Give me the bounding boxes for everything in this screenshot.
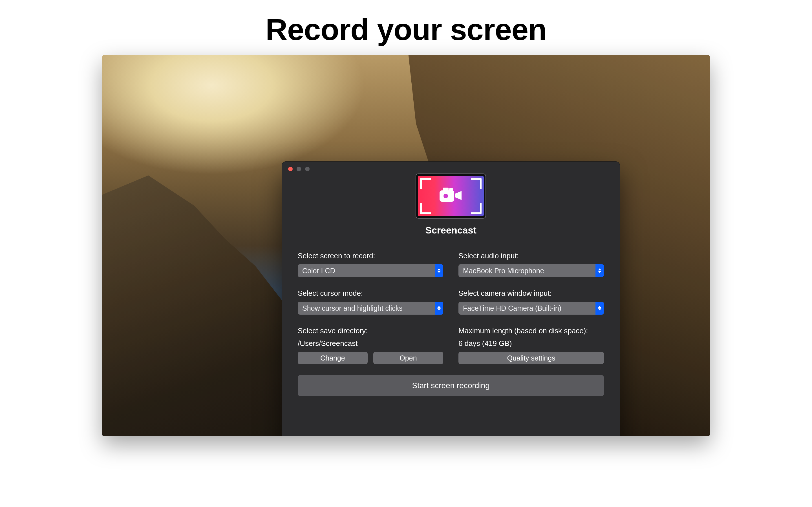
screen-group: Select screen to record: Color LCD xyxy=(298,251,443,277)
crop-corner-icon xyxy=(420,203,431,214)
app-window: Screencast Select screen to record: Colo… xyxy=(282,161,620,436)
desktop-screenshot: Screencast Select screen to record: Colo… xyxy=(102,55,710,436)
camera-label: Select camera window input: xyxy=(458,289,604,298)
svg-rect-1 xyxy=(443,187,449,191)
settings-grid: Select screen to record: Color LCD Selec… xyxy=(282,236,620,364)
app-hero: Screencast xyxy=(282,173,620,236)
camera-select[interactable]: FaceTime HD Camera (Built-in) xyxy=(458,302,604,315)
save-label: Select save directory: xyxy=(298,327,443,335)
updown-icon xyxy=(435,264,443,277)
screen-select[interactable]: Color LCD xyxy=(298,264,443,277)
updown-icon xyxy=(596,264,604,277)
save-path: /Users/Screencast xyxy=(298,339,443,348)
audio-select-value: MacBook Pro Microphone xyxy=(463,267,544,275)
screen-label: Select screen to record: xyxy=(298,251,443,260)
crop-corner-icon xyxy=(471,203,481,214)
start-recording-button[interactable]: Start screen recording xyxy=(298,375,604,396)
traffic-lights xyxy=(288,167,310,171)
updown-icon xyxy=(435,302,443,315)
minimize-icon[interactable] xyxy=(297,167,301,171)
crop-corner-icon xyxy=(420,178,431,189)
svg-rect-2 xyxy=(449,188,453,191)
audio-group: Select audio input: MacBook Pro Micropho… xyxy=(458,251,604,277)
screen-select-value: Color LCD xyxy=(302,267,335,275)
camera-group: Select camera window input: FaceTime HD … xyxy=(458,289,604,315)
open-button[interactable]: Open xyxy=(373,352,443,364)
close-icon[interactable] xyxy=(288,167,293,171)
cursor-select-value: Show cursor and highlight clicks xyxy=(302,304,403,313)
cursor-label: Select cursor mode: xyxy=(298,289,443,298)
updown-icon xyxy=(596,302,604,315)
app-icon xyxy=(416,173,486,219)
maxlen-label: Maximum length (based on disk space): xyxy=(458,327,604,335)
cursor-group: Select cursor mode: Show cursor and high… xyxy=(298,289,443,315)
save-group: Select save directory: /Users/Screencast… xyxy=(298,327,443,364)
maxlen-value: 6 days (419 GB) xyxy=(458,339,604,348)
save-buttons: Change Open xyxy=(298,352,443,364)
zoom-icon[interactable] xyxy=(305,167,310,171)
maxlen-group: Maximum length (based on disk space): 6 … xyxy=(458,327,604,364)
camera-select-value: FaceTime HD Camera (Built-in) xyxy=(463,304,561,313)
promo-page: Record your screen xyxy=(0,0,812,507)
cursor-select[interactable]: Show cursor and highlight clicks xyxy=(298,302,443,315)
titlebar xyxy=(282,162,620,171)
crop-corner-icon xyxy=(471,178,481,189)
app-title: Screencast xyxy=(425,225,476,236)
marketing-headline: Record your screen xyxy=(266,12,546,47)
app-icon-gradient xyxy=(418,176,484,216)
video-camera-icon xyxy=(439,187,463,205)
change-button[interactable]: Change xyxy=(298,352,368,364)
audio-select[interactable]: MacBook Pro Microphone xyxy=(458,264,604,277)
svg-point-3 xyxy=(444,194,448,198)
quality-settings-button[interactable]: Quality settings xyxy=(458,352,604,364)
audio-label: Select audio input: xyxy=(458,251,604,260)
